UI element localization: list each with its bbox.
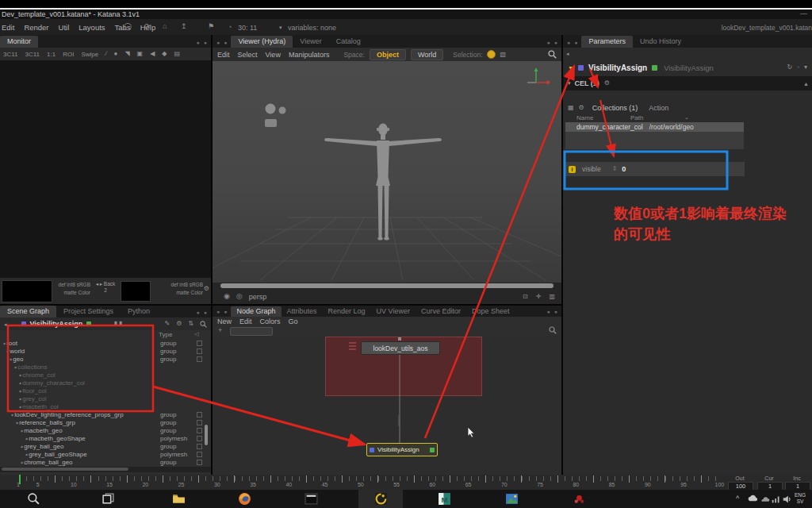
menu-item[interactable]: Edit bbox=[2, 23, 14, 32]
monitor-toolbar-button[interactable]: 3C11 bbox=[3, 51, 18, 58]
visible-parameter-row[interactable]: i visible ⇕ 0 bbox=[565, 162, 745, 176]
pane-controls[interactable]: ●● bbox=[213, 40, 231, 48]
pane-controls[interactable]: ●● bbox=[213, 309, 231, 317]
up-arrow-icon[interactable]: ↥ bbox=[181, 23, 187, 30]
render-toggle-checkbox[interactable] bbox=[197, 460, 202, 465]
render-toggle-checkbox[interactable] bbox=[197, 420, 202, 425]
menu-item[interactable]: New bbox=[217, 318, 232, 325]
scenegraph-row[interactable]: lookDev_lighting_reference_props_grp gro… bbox=[2, 410, 209, 418]
stepper-icon[interactable]: ⇕ bbox=[612, 166, 618, 172]
render-toggle-checkbox[interactable] bbox=[197, 444, 202, 449]
visible-value[interactable]: 0 bbox=[622, 165, 626, 173]
pane-menu-icon[interactable]: ● bbox=[197, 40, 200, 45]
collections-tab[interactable]: Collections (1) bbox=[592, 104, 638, 112]
local-value-badge[interactable]: i bbox=[569, 166, 576, 173]
reload-icon[interactable]: ↻ bbox=[787, 64, 792, 71]
add-node-icon[interactable]: + bbox=[218, 327, 222, 334]
scenegraph-hscrollbar[interactable] bbox=[2, 468, 128, 471]
nodegraph-tab[interactable]: Render Log bbox=[323, 306, 371, 317]
pane-menu-icon[interactable]: ● bbox=[547, 309, 550, 314]
camera-lock-icon[interactable]: ◎ bbox=[236, 293, 243, 300]
pane-controls[interactable]: ●● bbox=[543, 40, 561, 48]
menu-item[interactable]: Util bbox=[59, 23, 70, 32]
tab-monitor[interactable]: Monitor bbox=[0, 36, 38, 48]
table-row[interactable]: dummy_character_col /root/world/geo bbox=[565, 122, 744, 132]
layers-icon[interactable]: ▧ bbox=[500, 52, 507, 58]
nodegraph-canvas[interactable]: lookDev_utils_aos VisibilityAssign bbox=[213, 336, 561, 475]
space-world-button[interactable]: World bbox=[411, 49, 443, 60]
type-column-header[interactable]: Type bbox=[159, 331, 172, 338]
grid-icon[interactable]: ▦ bbox=[568, 105, 574, 111]
scenegraph-row[interactable]: world group bbox=[2, 347, 209, 355]
expand-triangle-icon[interactable]: ▼ bbox=[568, 65, 573, 71]
scenegraph-row[interactable]: macbeth_geoShape polymesh bbox=[2, 434, 209, 442]
scenegraph-row[interactable]: reference_balls_grp group bbox=[2, 418, 209, 426]
menu-item[interactable]: View bbox=[266, 51, 281, 59]
nodegraph-tab[interactable]: UV Viewer bbox=[371, 306, 416, 317]
scenegraph-row[interactable]: floor_col bbox=[2, 387, 209, 394]
pane-menu-icon[interactable]: ● bbox=[216, 309, 220, 314]
render-toggle-checkbox[interactable] bbox=[197, 356, 202, 362]
gear-icon[interactable]: ⚙ bbox=[176, 321, 182, 327]
lock-icon[interactable]: ⌂ bbox=[163, 23, 167, 30]
scenegraph-row[interactable]: macbeth_geo group bbox=[2, 426, 209, 434]
catalog-thumbnail-left[interactable] bbox=[2, 280, 52, 302]
mute-column-icon[interactable]: ◁ bbox=[194, 331, 198, 337]
gear-icon[interactable]: ⚙ bbox=[579, 105, 584, 111]
scenegraph-row[interactable]: chrome_ball_geo group bbox=[2, 458, 209, 466]
media-player-icon[interactable] bbox=[304, 492, 319, 506]
pane-menu-icon[interactable]: ● bbox=[567, 40, 570, 45]
file-explorer-icon[interactable] bbox=[172, 492, 186, 506]
cel-bar[interactable]: ▾ CEL (1) ⚙ ▲ bbox=[563, 76, 812, 90]
circle-icon[interactable]: ● bbox=[114, 51, 118, 57]
menu-item[interactable]: Render bbox=[24, 23, 48, 32]
scenegraph-tab[interactable]: Project Settings bbox=[56, 306, 121, 318]
menu-item[interactable]: Colors bbox=[260, 318, 281, 325]
options-icon[interactable]: ▾ bbox=[804, 64, 807, 71]
pane-menu-icon[interactable]: ● bbox=[547, 40, 550, 45]
action-tab[interactable]: Action bbox=[649, 104, 668, 112]
search-icon[interactable] bbox=[200, 321, 207, 328]
viewer-tab[interactable]: Catalog bbox=[329, 36, 368, 48]
pane-controls[interactable]: ●● bbox=[563, 40, 581, 48]
minimize-icon[interactable]: — bbox=[800, 10, 807, 17]
pane-settings-icon[interactable]: ● bbox=[574, 40, 577, 45]
back-arrow-icon[interactable]: ◂ bbox=[4, 321, 7, 327]
column-name[interactable]: Name bbox=[576, 114, 593, 121]
catalog-nav[interactable]: ◂ ▸ Back 2 bbox=[92, 281, 119, 293]
pane-settings-icon[interactable]: ● bbox=[224, 40, 227, 45]
search-icon[interactable] bbox=[548, 50, 557, 59]
node-color-badge[interactable] bbox=[578, 65, 584, 71]
viewer-scrollbar[interactable] bbox=[220, 283, 553, 288]
scenegraph-row[interactable]: grey_ball_geoShape polymesh bbox=[2, 450, 209, 458]
nodegraph-tab[interactable]: Node Graph bbox=[231, 306, 281, 317]
node-filter-input[interactable] bbox=[230, 327, 273, 336]
scenegraph-row[interactable]: macbeth_col bbox=[2, 402, 209, 410]
frame-icon[interactable]: ▣ bbox=[137, 51, 144, 57]
corner-triangle-icon[interactable]: ◥ bbox=[124, 51, 129, 57]
gear-icon[interactable]: ⚙ bbox=[604, 80, 610, 87]
look-through-icon[interactable]: ◉ bbox=[224, 293, 230, 300]
slash-icon[interactable]: ∕ bbox=[105, 51, 106, 57]
menu-item[interactable]: Go bbox=[289, 318, 298, 325]
node-lookdev-utils-aos[interactable]: lookDev_utils_aos bbox=[361, 341, 440, 355]
back-arrow-icon[interactable]: ◂ bbox=[566, 51, 569, 56]
render-toggle-checkbox[interactable] bbox=[197, 452, 202, 457]
pane-settings-icon[interactable]: ● bbox=[204, 40, 207, 45]
maya-icon[interactable]: M bbox=[438, 492, 452, 506]
variables-label[interactable]: variables: none bbox=[288, 24, 336, 32]
nodegraph-tab[interactable]: Attributes bbox=[282, 306, 323, 317]
nodegraph-tab[interactable]: Dope Sheet bbox=[466, 306, 515, 317]
pane-controls[interactable]: ●● bbox=[193, 40, 211, 48]
scenegraph-row[interactable]: chrome_col bbox=[2, 371, 209, 379]
column-path[interactable]: Path bbox=[630, 114, 643, 121]
task-view-icon[interactable] bbox=[102, 492, 116, 506]
scenegraph-tab[interactable]: Python bbox=[121, 306, 157, 318]
node-visibilityassign-selected[interactable]: VisibilityAssign bbox=[366, 443, 438, 456]
pane-settings-icon[interactable]: ● bbox=[204, 310, 207, 315]
title-bar[interactable]: Dev_template_v001.katana* - Katana 3.1v1… bbox=[0, 10, 812, 19]
monitor-toolbar-button[interactable]: ROI bbox=[63, 51, 74, 58]
render-circle-icon[interactable]: ◯ bbox=[124, 23, 132, 30]
nodegraph-tab[interactable]: Curve Editor bbox=[416, 306, 466, 317]
scenegraph-row[interactable]: geo group bbox=[2, 355, 209, 363]
